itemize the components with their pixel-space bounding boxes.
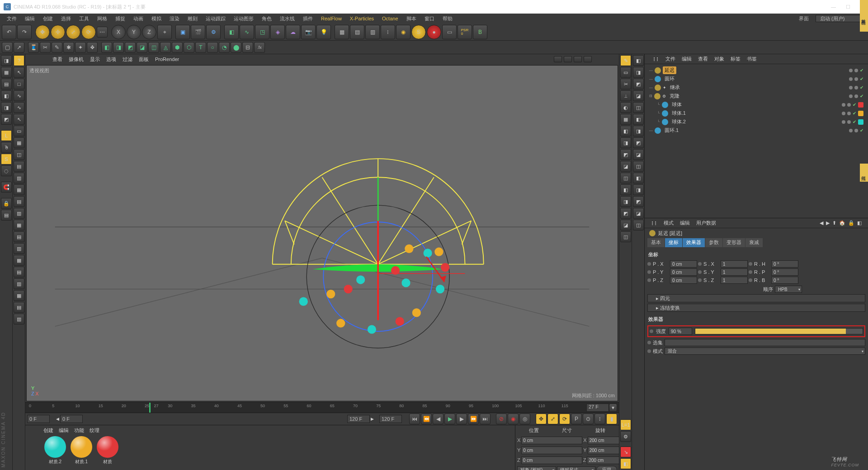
mode-dropdown[interactable]: 混合 xyxy=(665,348,865,355)
menu-select[interactable]: 选择 xyxy=(57,14,75,24)
attr-tab[interactable]: 坐标 xyxy=(665,238,682,247)
next-frame-button[interactable]: ▶ xyxy=(456,414,467,424)
lt2-12[interactable]: ▥ xyxy=(14,208,24,219)
vp-nav-3[interactable] xyxy=(574,56,582,62)
rt-3[interactable]: ⟂ xyxy=(620,90,631,101)
render-pv-button[interactable]: 🎬 xyxy=(191,25,205,39)
key-r[interactable]: ⟳ xyxy=(559,414,570,424)
menu-realflow[interactable]: RealFlow xyxy=(317,14,346,23)
attr-tab[interactable]: 效果器 xyxy=(683,238,705,247)
rt-7[interactable]: ◨ xyxy=(620,137,631,148)
attr-nav-lock[interactable]: 🔒 xyxy=(848,220,854,226)
axis-l[interactable]: L xyxy=(1,130,12,141)
om-file[interactable]: 文件 xyxy=(665,56,675,62)
st-2[interactable]: ✂ xyxy=(40,42,51,53)
attr-userdata[interactable]: 用户数据 xyxy=(696,220,716,226)
rt2-14[interactable]: ◪ xyxy=(633,208,644,219)
mat-edit[interactable]: 编辑 xyxy=(59,427,69,432)
tool-3[interactable]: ▥ xyxy=(365,25,380,39)
rt2-3[interactable]: ◩ xyxy=(633,79,644,89)
strength-input[interactable] xyxy=(669,328,692,335)
viewport[interactable]: 透视视图 网格间距 : 1000 cm xyxy=(26,65,618,401)
lt-3[interactable]: ▤ xyxy=(1,79,12,89)
cursor-button[interactable]: ↖ xyxy=(14,67,24,78)
rt2-6[interactable]: ◧ xyxy=(633,114,644,125)
lt2-15[interactable]: ▥ xyxy=(14,243,24,254)
move-tool-button[interactable]: ✢ xyxy=(51,25,65,39)
lt2-6[interactable]: ▦ xyxy=(14,137,24,148)
scale-y-input[interactable] xyxy=(721,268,748,276)
scale-x-input[interactable] xyxy=(721,260,748,268)
key-p[interactable]: ✥ xyxy=(536,414,547,424)
lt2-16[interactable]: ▦ xyxy=(14,255,24,266)
y-axis-button[interactable]: Y xyxy=(127,25,141,39)
play-button[interactable]: ▶ xyxy=(444,414,455,424)
menu-octane[interactable]: Octane xyxy=(378,14,402,23)
scale-z-input[interactable] xyxy=(721,277,748,284)
prev-frame-button[interactable]: ◀ xyxy=(433,414,443,424)
lt-2[interactable]: ▦ xyxy=(1,67,12,78)
menu-xparticles[interactable]: X-Particles xyxy=(346,14,378,23)
pos-z-input[interactable] xyxy=(670,277,697,284)
menu-plugins[interactable]: 插件 xyxy=(299,14,317,24)
current-frame[interactable] xyxy=(60,415,83,423)
recent-tool-button[interactable]: ⋯ xyxy=(97,27,108,38)
tree-row[interactable]: —延迟✔ xyxy=(646,66,867,75)
vp-camera[interactable]: 摄像机 xyxy=(69,56,84,63)
lt-4[interactable]: ◧ xyxy=(1,90,12,101)
magnet-button[interactable]: 🧲 xyxy=(1,182,12,193)
sel-rect[interactable]: ▢ xyxy=(2,42,13,53)
timeline-ruler[interactable]: 0510152025273035404550556065707580859095… xyxy=(25,402,619,413)
help-button[interactable]: ? xyxy=(14,55,24,66)
st-11[interactable]: ◫ xyxy=(148,42,159,53)
mat-func[interactable]: 功能 xyxy=(74,427,84,432)
vp-options[interactable]: 选项 xyxy=(106,56,116,63)
material-swatch[interactable]: 材质 xyxy=(96,436,119,465)
om-view[interactable]: 查看 xyxy=(698,56,708,62)
st-7[interactable]: ◧ xyxy=(101,42,112,53)
st-18[interactable]: ⬤ xyxy=(231,42,241,53)
range-end-a[interactable] xyxy=(347,415,370,423)
rt-5[interactable]: ▦ xyxy=(620,114,631,125)
st-3[interactable]: ✎ xyxy=(52,42,62,53)
tool-6[interactable]: ▭ xyxy=(442,25,457,39)
attr-panel-handle[interactable]: 属性 xyxy=(860,164,868,182)
trs-pos-X[interactable] xyxy=(521,437,582,444)
menu-tools[interactable]: 工具 xyxy=(75,14,93,24)
camera-button[interactable]: 📷 xyxy=(301,25,316,39)
make-editable[interactable]: ◨ xyxy=(1,55,12,66)
om-tags[interactable]: 标签 xyxy=(731,56,741,62)
tool-2[interactable]: ▤ xyxy=(350,25,364,39)
attr-nav-fwd[interactable]: ▶ xyxy=(826,220,830,226)
z-axis-button[interactable]: Z xyxy=(142,25,156,39)
rt2-11[interactable]: ◧ xyxy=(633,173,644,183)
vp-nav-2[interactable] xyxy=(564,56,572,62)
lt2-7[interactable]: ◫ xyxy=(14,149,24,160)
selection-anim-dot[interactable] xyxy=(647,341,651,344)
tool-4[interactable]: ⫶ xyxy=(381,25,395,39)
lt2-13[interactable]: ▦ xyxy=(14,220,24,230)
rot-order-dropdown[interactable]: HPB xyxy=(775,286,802,293)
key-s[interactable]: ⤢ xyxy=(547,414,558,424)
menu-script[interactable]: 脚本 xyxy=(402,14,420,24)
lt2-5[interactable]: ▭ xyxy=(14,126,24,136)
goto-end-button[interactable]: ⏭ xyxy=(480,414,491,424)
tool-s[interactable]: S xyxy=(411,25,426,39)
st-13[interactable]: ⬢ xyxy=(172,42,183,53)
st-fx[interactable]: .fx xyxy=(254,42,265,53)
object-tree[interactable]: —延迟✔—圆环✔—✦继承✔⊟⚙克隆✔└球体✔└球体.1✔└球体.2✔—圆环.1✔… xyxy=(645,64,868,218)
live-select-button[interactable]: ✥ xyxy=(35,25,50,39)
st-17[interactable]: ◔ xyxy=(219,42,230,53)
primitive-cube[interactable]: ◧ xyxy=(224,25,239,39)
menu-mograph[interactable]: 运动图形 xyxy=(230,14,258,24)
st-12[interactable]: ◬ xyxy=(160,42,171,53)
primitive-spline[interactable]: ∿ xyxy=(240,25,254,39)
apply-button[interactable]: 应用 xyxy=(596,466,617,470)
material-swatch[interactable]: 材质.1 xyxy=(70,436,93,465)
record-button[interactable]: ⊘ xyxy=(496,414,507,424)
strength-slider[interactable] xyxy=(695,328,863,334)
x-axis-button[interactable]: X xyxy=(111,25,126,39)
menu-create[interactable]: 创建 xyxy=(39,14,57,24)
lt-7[interactable]: 🖱 xyxy=(1,142,12,153)
rt2-9[interactable]: ◪ xyxy=(633,149,644,160)
